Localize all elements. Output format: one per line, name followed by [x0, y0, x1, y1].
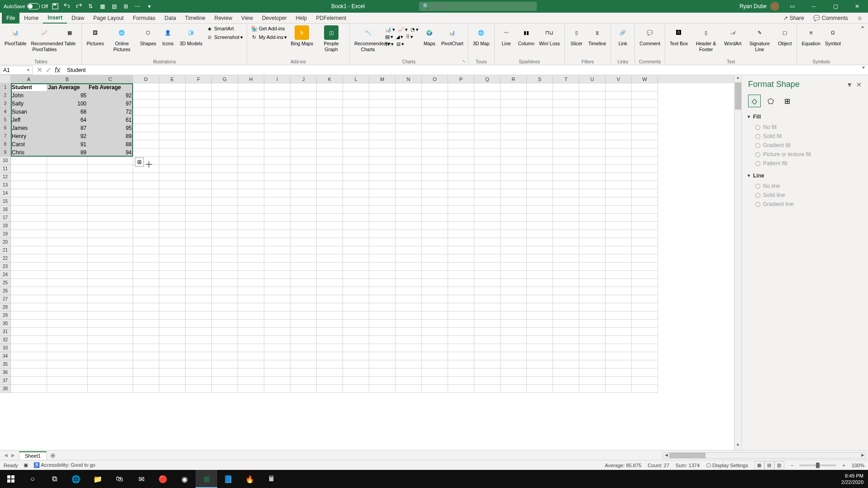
cell-W27[interactable] — [632, 295, 658, 303]
cell-P25[interactable] — [448, 279, 474, 287]
cell-P7[interactable] — [448, 132, 474, 140]
cell-P21[interactable] — [448, 246, 474, 254]
fill-line-tab[interactable]: ◇ — [748, 95, 761, 107]
cell-C6[interactable]: 95 — [88, 124, 133, 132]
cell-W34[interactable] — [632, 352, 658, 360]
cell-C15[interactable] — [88, 197, 133, 206]
cell-Q21[interactable] — [474, 246, 501, 254]
3d-map-button[interactable]: 🌐3D Map — [471, 24, 491, 48]
cell-T31[interactable] — [553, 328, 579, 336]
cell-L32[interactable] — [343, 336, 369, 344]
cell-D8[interactable] — [133, 140, 159, 148]
cell-Q2[interactable] — [474, 91, 501, 100]
cell-C29[interactable] — [88, 311, 133, 320]
cell-H33[interactable] — [238, 344, 264, 352]
cell-E14[interactable] — [159, 189, 186, 197]
cell-J27[interactable] — [291, 295, 317, 303]
cell-I35[interactable] — [264, 360, 291, 368]
cell-R25[interactable] — [501, 279, 527, 287]
cell-P8[interactable] — [448, 140, 474, 148]
cell-S7[interactable] — [527, 132, 553, 140]
cell-U18[interactable] — [579, 222, 606, 230]
cell-T35[interactable] — [553, 360, 579, 368]
cell-F26[interactable] — [186, 287, 212, 295]
cell-G29[interactable] — [212, 311, 238, 320]
cell-Q30[interactable] — [474, 320, 501, 328]
cell-A21[interactable] — [11, 246, 47, 254]
column-chart-button[interactable]: 📊▾ — [384, 26, 396, 33]
cell-R30[interactable] — [501, 320, 527, 328]
cell-V22[interactable] — [606, 254, 632, 263]
cell-G12[interactable] — [212, 173, 238, 181]
header-footer-button[interactable]: ▯Header & Footer — [691, 24, 721, 53]
cell-D36[interactable] — [133, 368, 159, 377]
recommended-pivottables-button[interactable]: 📈Recommended PivotTables — [29, 24, 60, 53]
cell-R18[interactable] — [501, 222, 527, 230]
cell-E26[interactable] — [159, 287, 186, 295]
cell-H31[interactable] — [238, 328, 264, 336]
cell-A20[interactable] — [11, 238, 47, 246]
cortana-icon[interactable]: ○ — [22, 470, 43, 488]
cell-L25[interactable] — [343, 279, 369, 287]
cell-E36[interactable] — [159, 368, 186, 377]
col-header-I[interactable]: I — [264, 75, 291, 83]
icons-button[interactable]: 👤Icons — [159, 24, 177, 48]
cell-F16[interactable] — [186, 206, 212, 214]
cell-W4[interactable] — [632, 108, 658, 116]
share-button[interactable]: ↗Share — [780, 15, 808, 21]
search-box[interactable]: 🔍 — [419, 2, 537, 11]
cell-I30[interactable] — [264, 320, 291, 328]
cell-Q24[interactable] — [474, 271, 501, 279]
cell-Q14[interactable] — [474, 189, 501, 197]
cell-K3[interactable] — [317, 100, 343, 108]
cell-U31[interactable] — [579, 328, 606, 336]
cell-C24[interactable] — [88, 271, 133, 279]
cell-S17[interactable] — [527, 214, 553, 222]
cell-D9[interactable] — [133, 148, 159, 157]
cell-K6[interactable] — [317, 124, 343, 132]
cell-M3[interactable] — [369, 100, 396, 108]
cell-J14[interactable] — [291, 189, 317, 197]
cell-B15[interactable] — [47, 197, 88, 206]
cell-B23[interactable] — [47, 263, 88, 271]
cell-V31[interactable] — [606, 328, 632, 336]
cell-H11[interactable] — [238, 165, 264, 173]
cell-J31[interactable] — [291, 328, 317, 336]
col-header-D[interactable]: D — [133, 75, 159, 83]
cell-R4[interactable] — [501, 108, 527, 116]
cell-N1[interactable] — [396, 83, 422, 91]
save-icon[interactable] — [51, 2, 60, 11]
cell-S30[interactable] — [527, 320, 553, 328]
cell-J12[interactable] — [291, 173, 317, 181]
cell-V6[interactable] — [606, 124, 632, 132]
record-macro-icon[interactable]: ▣ — [24, 462, 28, 468]
cell-C21[interactable] — [88, 246, 133, 254]
cell-S31[interactable] — [527, 328, 553, 336]
zoom-in-button[interactable]: + — [842, 463, 845, 468]
cell-A15[interactable] — [11, 197, 47, 206]
cell-B34[interactable] — [47, 352, 88, 360]
scroll-thumb[interactable] — [735, 82, 741, 110]
cell-R35[interactable] — [501, 360, 527, 368]
cell-B10[interactable] — [47, 157, 88, 165]
cell-E28[interactable] — [159, 303, 186, 311]
cell-L5[interactable] — [343, 116, 369, 124]
cell-L29[interactable] — [343, 311, 369, 320]
cell-H22[interactable] — [238, 254, 264, 263]
cell-P36[interactable] — [448, 368, 474, 377]
cell-V24[interactable] — [606, 271, 632, 279]
cell-N35[interactable] — [396, 360, 422, 368]
cell-I9[interactable] — [264, 148, 291, 157]
qat-customize-icon[interactable]: ▾ — [145, 2, 154, 11]
cell-C12[interactable] — [88, 173, 133, 181]
row-header-18[interactable]: 18 — [0, 222, 11, 230]
cell-Q3[interactable] — [474, 100, 501, 108]
cell-R22[interactable] — [501, 254, 527, 263]
cell-Q22[interactable] — [474, 254, 501, 263]
cell-K23[interactable] — [317, 263, 343, 271]
tab-formulas[interactable]: Formulas — [128, 13, 160, 24]
cell-W30[interactable] — [632, 320, 658, 328]
display-settings-button[interactable]: 🖵 Display Settings — [706, 463, 748, 468]
cell-Q15[interactable] — [474, 197, 501, 206]
cell-I7[interactable] — [264, 132, 291, 140]
